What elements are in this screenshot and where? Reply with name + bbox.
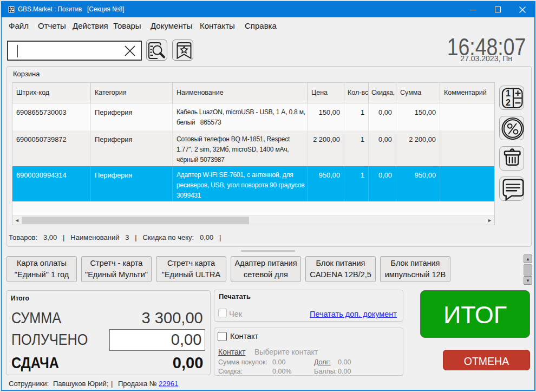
svg-text:1: 1 [506, 89, 511, 98]
svg-text:2: 2 [506, 98, 511, 107]
